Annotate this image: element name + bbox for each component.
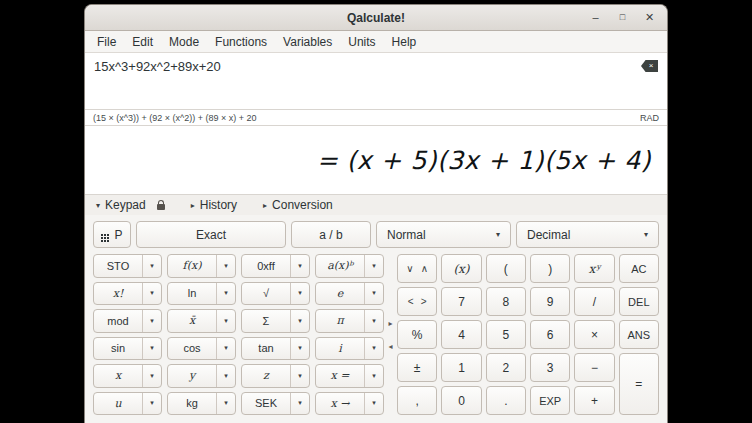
key-percent[interactable]: % bbox=[397, 320, 437, 349]
key-tan[interactable]: tan ▾ bbox=[241, 337, 310, 361]
result-expression[interactable]: = (x + 5)(3x + 1)(5x + 4) bbox=[317, 146, 651, 175]
key-currency-sek[interactable]: SEK ▾ bbox=[241, 392, 310, 416]
display-mode-dropdown[interactable]: Normal ▾ bbox=[376, 221, 511, 248]
key-hex-dropdown-icon[interactable]: ▾ bbox=[290, 255, 309, 277]
key-currency-sek-label[interactable]: SEK bbox=[242, 393, 290, 415]
collapse-left-icon[interactable]: ◂ bbox=[388, 342, 392, 351]
key-e-label[interactable]: e bbox=[316, 283, 364, 305]
close-icon[interactable]: ✕ bbox=[642, 10, 657, 25]
key-ln[interactable]: ln ▾ bbox=[167, 282, 236, 306]
chevron-down-icon[interactable]: ∨ bbox=[406, 263, 413, 274]
key-5[interactable]: 5 bbox=[486, 320, 526, 349]
key-nav-leftright[interactable]: < > bbox=[397, 287, 437, 316]
key-4[interactable]: 4 bbox=[441, 320, 481, 349]
key-cos-dropdown-icon[interactable]: ▾ bbox=[216, 338, 235, 360]
angle-mode-indicator[interactable]: RAD bbox=[640, 113, 659, 123]
key-ln-dropdown-icon[interactable]: ▾ bbox=[216, 283, 235, 305]
expression-input[interactable]: 15x^3+92x^2+89x+20 bbox=[94, 59, 641, 74]
key-solve-label[interactable]: x = bbox=[316, 365, 364, 387]
key-power[interactable]: xʸ bbox=[574, 254, 614, 283]
key-var-x[interactable]: x ▾ bbox=[93, 364, 162, 388]
key-pi[interactable]: π ▾ bbox=[315, 309, 384, 333]
key-cos[interactable]: cos ▾ bbox=[167, 337, 236, 361]
key-7[interactable]: 7 bbox=[441, 287, 481, 316]
chevron-right-icon[interactable]: > bbox=[421, 296, 427, 307]
key-2[interactable]: 2 bbox=[486, 353, 526, 382]
key-var-z[interactable]: z ▾ bbox=[241, 364, 310, 388]
titlebar[interactable]: Qalculate! – □ ✕ bbox=[85, 5, 667, 31]
menu-units[interactable]: Units bbox=[340, 33, 383, 51]
key-e[interactable]: e ▾ bbox=[315, 282, 384, 306]
menu-mode[interactable]: Mode bbox=[161, 33, 207, 51]
key-cos-label[interactable]: cos bbox=[168, 338, 216, 360]
key-sto[interactable]: STO ▾ bbox=[93, 254, 162, 278]
key-var-x-label[interactable]: x bbox=[94, 365, 142, 387]
history-expander[interactable]: ▸ History bbox=[191, 198, 237, 212]
exact-toggle-button[interactable]: Exact bbox=[136, 221, 286, 248]
key-sum-dropdown-icon[interactable]: ▾ bbox=[290, 310, 309, 332]
key-mod[interactable]: mod ▾ bbox=[93, 309, 162, 333]
key-pi-label[interactable]: π bbox=[316, 310, 364, 332]
key-sum-label[interactable]: Σ bbox=[242, 310, 290, 332]
key-power-func[interactable]: a(x)ᵇ ▾ bbox=[315, 254, 384, 278]
key-sqrt-label[interactable]: √ bbox=[242, 283, 290, 305]
key-imaginary-dropdown-icon[interactable]: ▾ bbox=[364, 338, 383, 360]
key-function-label[interactable]: f(x) bbox=[168, 255, 216, 277]
number-base-dropdown[interactable]: Decimal ▾ bbox=[516, 221, 659, 248]
key-plus[interactable]: + bbox=[574, 386, 614, 415]
key-0[interactable]: 0 bbox=[441, 386, 481, 415]
key-minus[interactable]: − bbox=[574, 353, 614, 382]
key-sum[interactable]: Σ ▾ bbox=[241, 309, 310, 333]
key-imaginary-label[interactable]: i bbox=[316, 338, 364, 360]
keypad-mode-button[interactable]: P bbox=[93, 221, 131, 248]
key-1[interactable]: 1 bbox=[441, 353, 481, 382]
key-sto-dropdown-icon[interactable]: ▾ bbox=[142, 255, 161, 277]
menu-functions[interactable]: Functions bbox=[207, 33, 275, 51]
key-sin[interactable]: sin ▾ bbox=[93, 337, 162, 361]
key-power-func-label[interactable]: a(x)ᵇ bbox=[316, 255, 364, 277]
key-imaginary[interactable]: i ▾ bbox=[315, 337, 384, 361]
lock-icon[interactable] bbox=[157, 204, 165, 210]
key-function-dropdown-icon[interactable]: ▾ bbox=[216, 255, 235, 277]
key-dot[interactable]: . bbox=[486, 386, 526, 415]
collapse-right-icon[interactable]: ▸ bbox=[388, 319, 392, 328]
key-solve[interactable]: x = ▾ bbox=[315, 364, 384, 388]
key-tan-label[interactable]: tan bbox=[242, 338, 290, 360]
conversion-expander[interactable]: ▸ Conversion bbox=[263, 198, 333, 212]
key-mean-dropdown-icon[interactable]: ▾ bbox=[216, 310, 235, 332]
key-sqrt-dropdown-icon[interactable]: ▾ bbox=[290, 283, 309, 305]
key-ans[interactable]: ANS bbox=[619, 320, 659, 349]
key-comma[interactable]: , bbox=[397, 386, 437, 415]
key-8[interactable]: 8 bbox=[486, 287, 526, 316]
key-e-dropdown-icon[interactable]: ▾ bbox=[364, 283, 383, 305]
key-del[interactable]: DEL bbox=[619, 287, 659, 316]
key-sin-dropdown-icon[interactable]: ▾ bbox=[142, 338, 161, 360]
menu-edit[interactable]: Edit bbox=[124, 33, 161, 51]
key-unit-u[interactable]: u ▾ bbox=[93, 392, 162, 416]
key-hex[interactable]: 0xff ▾ bbox=[241, 254, 310, 278]
key-factorial-dropdown-icon[interactable]: ▾ bbox=[142, 283, 161, 305]
key-var-y[interactable]: y ▾ bbox=[167, 364, 236, 388]
key-factorial-label[interactable]: x! bbox=[94, 283, 142, 305]
key-sqrt[interactable]: √ ▾ bbox=[241, 282, 310, 306]
expression-input-area[interactable]: 15x^3+92x^2+89x+20 × bbox=[85, 53, 667, 109]
key-mean-label[interactable]: x̄ bbox=[168, 310, 216, 332]
key-var-y-label[interactable]: y bbox=[168, 365, 216, 387]
key-factorial[interactable]: x! ▾ bbox=[93, 282, 162, 306]
key-var-x-dropdown-icon[interactable]: ▾ bbox=[142, 365, 161, 387]
key-unit-u-label[interactable]: u bbox=[94, 393, 142, 415]
menu-help[interactable]: Help bbox=[384, 33, 425, 51]
key-function[interactable]: f(x) ▾ bbox=[167, 254, 236, 278]
key-mod-label[interactable]: mod bbox=[94, 310, 142, 332]
key-hex-label[interactable]: 0xff bbox=[242, 255, 290, 277]
key-convert-to-label[interactable]: x → bbox=[316, 393, 364, 415]
key-currency-sek-dropdown-icon[interactable]: ▾ bbox=[290, 393, 309, 415]
key-var-z-dropdown-icon[interactable]: ▾ bbox=[290, 365, 309, 387]
key-equals[interactable]: = bbox=[619, 353, 659, 415]
key-open-paren[interactable]: ( bbox=[486, 254, 526, 283]
key-ac[interactable]: AC bbox=[619, 254, 659, 283]
key-unit-kg-dropdown-icon[interactable]: ▾ bbox=[216, 393, 235, 415]
key-solve-dropdown-icon[interactable]: ▾ bbox=[364, 365, 383, 387]
key-sto-label[interactable]: STO bbox=[94, 255, 142, 277]
keypad-expander[interactable]: ▾ Keypad bbox=[96, 198, 165, 212]
